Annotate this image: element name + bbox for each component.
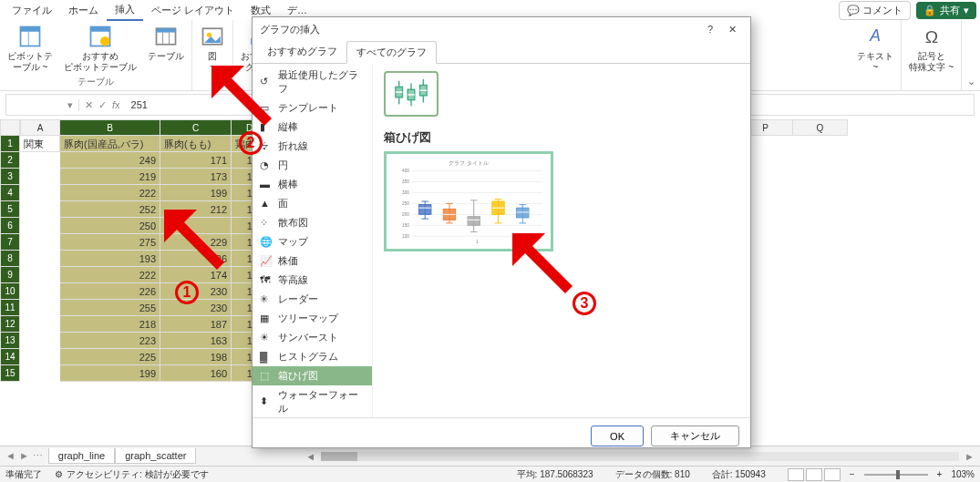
tab-pagelayout[interactable]: ページ レイアウト xyxy=(143,1,242,20)
sheet-nav-next[interactable]: ► xyxy=(19,450,29,462)
cell[interactable]: 222 xyxy=(60,267,160,283)
row-header[interactable]: 15 xyxy=(0,365,20,382)
tab-file[interactable]: ファイル xyxy=(4,1,60,20)
comments-button[interactable]: 💬 コメント xyxy=(839,1,911,20)
cell[interactable]: 豚肉(国産品,バラ) xyxy=(60,136,160,152)
chart-type-item[interactable]: ▦ツリーマップ xyxy=(253,309,372,328)
cell[interactable]: 171 xyxy=(160,152,232,169)
chart-type-item[interactable]: ☀サンバースト xyxy=(253,328,372,347)
pagelayout-view-icon[interactable] xyxy=(806,468,822,481)
cell[interactable]: 160 xyxy=(160,365,232,382)
status-accessibility[interactable]: ⚙ アクセシビリティ: 検討が必要です xyxy=(55,468,209,481)
cell[interactable]: 222 xyxy=(60,185,160,201)
chart-type-item[interactable]: 🗺等高線 xyxy=(253,271,372,290)
cell[interactable]: 219 xyxy=(60,169,160,185)
row-header[interactable]: 13 xyxy=(0,333,20,349)
chart-type-icon: ✳ xyxy=(260,293,273,306)
ribbon-collapse-button[interactable]: ⌄ xyxy=(962,72,980,90)
col-header[interactable]: Q xyxy=(793,119,848,136)
row-header[interactable]: 14 xyxy=(0,349,20,365)
cell[interactable]: 187 xyxy=(160,316,232,333)
cell[interactable]: 198 xyxy=(160,349,232,365)
normal-view-icon[interactable] xyxy=(788,468,804,481)
view-buttons[interactable] xyxy=(788,468,841,481)
sheet-tab-graph-line[interactable]: graph_line xyxy=(48,448,115,464)
cell[interactable]: 199 xyxy=(160,185,232,201)
pivot-table-button[interactable]: ピボットテ ーブル ~ xyxy=(5,22,55,75)
cell[interactable]: 225 xyxy=(60,349,160,365)
help-button[interactable]: ? xyxy=(699,24,721,35)
ok-button[interactable]: OK xyxy=(591,426,644,446)
cell[interactable]: 275 xyxy=(60,234,160,251)
select-all-corner[interactable] xyxy=(0,119,20,136)
name-box[interactable]: ▾ xyxy=(6,99,79,111)
boxplot-subtype-button[interactable] xyxy=(384,71,438,117)
zoom-in-button[interactable]: + xyxy=(937,469,943,479)
row-header[interactable]: 9 xyxy=(0,267,20,283)
zoom-out-button[interactable]: − xyxy=(850,469,855,479)
hscroll-right[interactable]: ► xyxy=(965,451,975,462)
recommended-pivot-button[interactable]: おすすめ ピボットテーブル xyxy=(62,22,139,75)
tab-home[interactable]: ホーム xyxy=(60,1,107,20)
chart-type-item[interactable]: ▬横棒 xyxy=(253,175,372,194)
row-header[interactable]: 12 xyxy=(0,316,20,333)
chart-type-item[interactable]: ▓ヒストグラム xyxy=(253,347,372,366)
zoom-slider[interactable] xyxy=(864,474,928,476)
cancel-button[interactable]: キャンセル xyxy=(651,426,739,446)
row-header[interactable]: 3 xyxy=(0,169,20,185)
chart-type-item[interactable]: ▲面 xyxy=(253,194,372,213)
chart-type-item[interactable]: ⬚箱ひげ図 xyxy=(253,366,372,385)
cell[interactable]: 218 xyxy=(60,316,160,333)
cell[interactable]: 226 xyxy=(60,283,160,300)
row-header[interactable]: 7 xyxy=(0,234,20,251)
chart-type-item[interactable]: ✳レーダー xyxy=(253,290,372,309)
row-header[interactable]: 4 xyxy=(0,185,20,201)
annotation-label-2: 2 xyxy=(239,131,263,155)
pagebreak-view-icon[interactable] xyxy=(824,468,841,481)
row-header[interactable]: 8 xyxy=(0,251,20,267)
cell[interactable]: 255 xyxy=(60,300,160,316)
chart-type-item[interactable]: 📈株価 xyxy=(253,251,372,271)
cell[interactable]: 230 xyxy=(160,300,232,316)
row-header[interactable]: 5 xyxy=(0,201,20,218)
chart-type-icon: ▦ xyxy=(260,313,273,325)
tab-all-charts[interactable]: すべてのグラフ xyxy=(346,41,437,64)
chart-type-item[interactable]: ◔円 xyxy=(253,156,372,175)
cell[interactable]: 249 xyxy=(60,152,160,169)
symbols-button[interactable]: Ω 記号と 特殊文字 ~ xyxy=(907,22,955,75)
row-header[interactable]: 6 xyxy=(0,218,20,234)
cell[interactable]: 199 xyxy=(60,365,160,382)
table-button[interactable]: テーブル xyxy=(146,22,186,64)
chart-type-item[interactable]: ⬍ウォーターフォール xyxy=(253,385,372,417)
cell[interactable]: 関東 xyxy=(20,136,60,152)
cell[interactable]: 252 xyxy=(60,201,160,218)
cell[interactable]: 223 xyxy=(60,333,160,349)
row-header[interactable]: 11 xyxy=(0,300,20,316)
cell[interactable]: 193 xyxy=(60,251,160,267)
tab-recommended-charts[interactable]: おすすめグラフ xyxy=(258,41,346,63)
sheet-nav-more[interactable]: ⋯ xyxy=(33,450,43,462)
chart-type-label: 箱ひげ図 xyxy=(278,369,318,383)
text-button[interactable]: A テキスト ~ xyxy=(855,22,895,75)
fx-icon[interactable]: fx xyxy=(112,99,120,110)
col-header[interactable]: A xyxy=(20,119,60,136)
chart-type-label: 面 xyxy=(278,197,288,210)
row-header[interactable]: 10 xyxy=(0,283,20,300)
sheet-nav-prev[interactable]: ◄ xyxy=(5,450,15,462)
svg-text:250: 250 xyxy=(402,201,409,206)
accept-formula-icon[interactable]: ✓ xyxy=(98,99,107,111)
tab-insert[interactable]: 挿入 xyxy=(107,0,143,21)
sheet-tab-graph-scatter[interactable]: graph_scatter xyxy=(115,448,196,464)
row-header[interactable]: 2 xyxy=(0,152,20,169)
cell[interactable]: 173 xyxy=(160,169,232,185)
close-button[interactable]: ✕ xyxy=(721,24,743,36)
share-button[interactable]: 🔒 共有 ▾ xyxy=(916,2,976,19)
row-header[interactable]: 1 xyxy=(0,136,20,152)
cell[interactable]: 163 xyxy=(160,333,232,349)
cell[interactable]: 250 xyxy=(60,218,160,234)
zoom-value[interactable]: 103% xyxy=(951,469,975,479)
chart-type-item[interactable]: ⁘散布図 xyxy=(253,213,372,232)
col-header[interactable]: B xyxy=(60,119,160,136)
chart-type-item[interactable]: 🌐マップ xyxy=(253,232,372,251)
cancel-formula-icon[interactable]: ✕ xyxy=(85,99,93,111)
